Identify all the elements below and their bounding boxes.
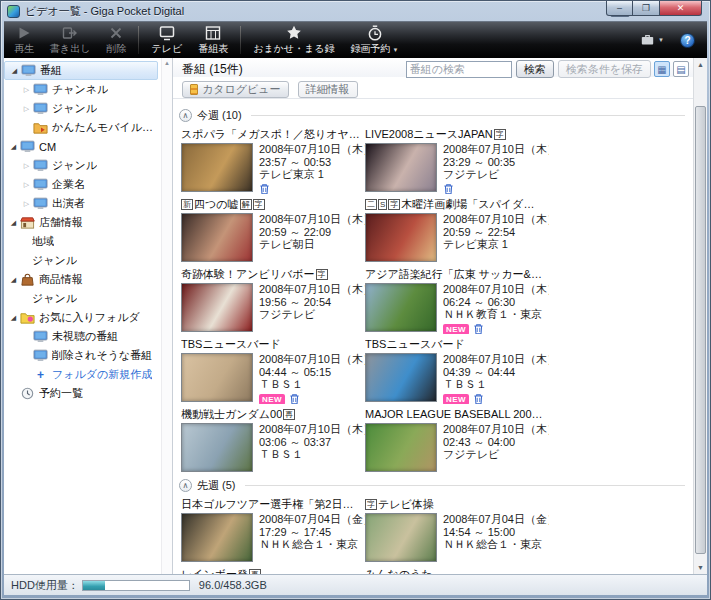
program-thumbnail[interactable] (365, 513, 437, 562)
sidebar-item-label: ジャンル (52, 158, 97, 173)
catalog-view-button[interactable]: カタログビュー (182, 81, 289, 98)
sidebar-item-3[interactable]: かんたんモバイル書き出し (4, 118, 161, 137)
program-thumbnail[interactable] (365, 143, 437, 192)
program-item[interactable]: TBSニュースバード2008年07月10日（木）04:44 ～ 05:15ＴＢＳ… (181, 334, 365, 404)
list-view-button[interactable]: ▤ (673, 61, 689, 77)
trash-icon[interactable] (289, 393, 300, 404)
sidebar-item-9[interactable]: 地域 (4, 232, 161, 251)
program-item[interactable]: みんなのうた2008年07月04日（金） (365, 564, 549, 574)
program-thumbnail[interactable] (365, 353, 437, 402)
sidebar-item-17[interactable]: 予約一覧 (4, 384, 161, 403)
toolbar-export-button[interactable]: 書き出し (42, 22, 98, 58)
trash-icon[interactable] (443, 183, 454, 194)
expander-icon[interactable]: ▷ (21, 200, 32, 208)
sidebar-item-0[interactable]: ◢番組 (4, 61, 158, 80)
scrollbar-thumb[interactable] (695, 106, 706, 554)
expander-icon[interactable]: ▷ (21, 162, 32, 170)
program-item[interactable]: LIVE2008ニュースJAPAN字2008年07月10日（木）23:29 ～ … (365, 124, 549, 194)
scroll-up-icon[interactable]: ▲ (694, 61, 707, 68)
scroll-down-icon[interactable]: ▼ (694, 564, 707, 571)
program-thumbnail[interactable] (365, 423, 437, 472)
sidebar-item-14[interactable]: 未視聴の番組 (4, 327, 161, 346)
sidebar-item-6[interactable]: ▷企業名 (4, 175, 161, 194)
program-item[interactable]: 二S字木曜洋画劇場「スパイダーパニック！」…2008年07月10日（木）20:5… (365, 194, 549, 264)
program-date: 2008年07月10日（木） (443, 353, 549, 366)
section-collapse-button[interactable]: ∧ (179, 109, 192, 122)
program-thumbnail[interactable] (365, 283, 437, 332)
expander-icon[interactable]: ▷ (21, 181, 32, 189)
sidebar-item-label: 番組 (40, 63, 62, 78)
program-item[interactable]: TBSニュースバード2008年07月10日（木）04:39 ～ 04:44ＴＢＳ… (365, 334, 549, 404)
program-body: 2008年07月10日（木）04:39 ～ 04:44ＴＢＳ１NEW (365, 353, 549, 404)
program-thumbnail[interactable] (181, 283, 253, 332)
expander-icon[interactable]: ◢ (8, 314, 19, 322)
program-thumbnail[interactable] (365, 213, 437, 262)
help-button[interactable]: ? (680, 33, 695, 48)
toolbar-tv-button[interactable]: テレビ (143, 22, 190, 58)
toolbar-star-button[interactable]: おまかせ・まる録 (245, 22, 342, 58)
expander-icon[interactable]: ▷ (21, 105, 32, 113)
expander-icon[interactable]: ◢ (9, 67, 20, 75)
expander-icon[interactable]: ◢ (8, 143, 19, 151)
search-button[interactable]: 検索 (516, 60, 554, 78)
details-button[interactable]: 詳細情報 (298, 81, 358, 98)
program-thumbnail[interactable] (181, 353, 253, 402)
content-scrollbar[interactable]: ▲ ▼ (693, 58, 707, 574)
sidebar-item-1[interactable]: ▷チャンネル (4, 80, 161, 99)
scroll-up-icon[interactable]: ▲ (162, 60, 172, 66)
toolbar-timer-button[interactable]: 録画予約▼ (343, 22, 407, 58)
program-item[interactable]: MAJOR LEAGUE BASEBALL 2008レイズ…2008年07月10… (365, 404, 549, 474)
trash-icon[interactable] (473, 393, 484, 404)
close-button[interactable]: ✕ (660, 1, 702, 16)
expander-icon[interactable]: ◢ (8, 276, 19, 284)
sidebar-item-11[interactable]: ◢商品情報 (4, 270, 161, 289)
sidebar-item-label: CM (39, 141, 56, 153)
expander-icon[interactable]: ◢ (8, 219, 19, 227)
program-item[interactable]: 日本ゴルフツアー選手権「第2日ハイライト」2008年07月04日（金）17:29… (181, 494, 365, 564)
toolbar-delete-button[interactable]: 削除 (98, 22, 134, 58)
program-item[interactable]: 新四つの嘘解字2008年07月10日（木）20:59 ～ 22:09テレビ朝日 (181, 194, 365, 264)
program-thumbnail[interactable] (181, 423, 253, 472)
program-info: 2008年07月10日（木）03:06 ～ 03:37ＴＢＳ１ (259, 423, 365, 472)
sidebar-item-4[interactable]: ◢CM (4, 137, 161, 156)
program-thumbnail[interactable] (181, 213, 253, 262)
program-item[interactable]: レインボー発再2008年07月04日（金） (181, 564, 365, 574)
sidebar-item-8[interactable]: ◢店舗情報 (4, 213, 161, 232)
sidebar-item-2[interactable]: ▷ジャンル (4, 99, 161, 118)
main-content: 番組 (15件) 検索 検索条件を保存 ▦ ▤ カタログビュー 詳細情報 ∧今週… (173, 58, 693, 574)
minimize-button[interactable]: – (606, 1, 633, 16)
section-collapse-button[interactable]: ∧ (179, 479, 192, 492)
thumbnail-view-button[interactable]: ▦ (654, 61, 670, 77)
sidebar-item-10[interactable]: ジャンル (4, 251, 161, 270)
sidebar-item-16[interactable]: +フォルダの新規作成 (4, 365, 161, 384)
sidebar-item-7[interactable]: ▷出演者 (4, 194, 161, 213)
trash-icon[interactable] (259, 183, 270, 194)
sidebar-item-15[interactable]: 削除されそうな番組 (4, 346, 161, 365)
program-thumbnail[interactable] (181, 143, 253, 192)
program-item[interactable]: 奇跡体験！アンビリバボー字2008年07月10日（木）19:56 ～ 20:54… (181, 264, 365, 334)
program-time: 20:59 ～ 22:54 (443, 226, 549, 239)
save-search-button[interactable]: 検索条件を保存 (558, 60, 651, 78)
briefcase-icon (640, 33, 655, 47)
program-item[interactable]: 字テレビ体操2008年07月04日（金）14:54 ～ 15:00ＮＨＫ総合１・… (365, 494, 549, 564)
sidebar-item-13[interactable]: ◢お気に入りフォルダ (4, 308, 161, 327)
program-item[interactable]: アジア語楽紀行「広東 サッカー&カフェ」2008年07月10日（木）06:24 … (365, 264, 549, 334)
monitor-icon (21, 64, 36, 77)
maximize-button[interactable]: ❐ (633, 1, 660, 16)
program-item[interactable]: スポパラ「メガスポ！／怒りオヤジ3」2008年07月10日（木）23:57 ～ … (181, 124, 365, 194)
sidebar-scrollbar[interactable]: ▲ (161, 58, 172, 574)
search-input[interactable] (406, 61, 512, 78)
sidebar-item-12[interactable]: ジャンル (4, 289, 161, 308)
tools-menu-button[interactable]: ▼ (640, 33, 664, 47)
expander-icon[interactable]: ▷ (21, 86, 32, 94)
program-channel: テレビ東京 1 (259, 168, 365, 181)
program-title-text: 日本ゴルフツアー選手権「第2日ハイライト」 (181, 498, 361, 511)
sidebar-item-5[interactable]: ▷ジャンル (4, 156, 161, 175)
program-body: 2008年07月04日（金）14:54 ～ 15:00ＮＨＫ総合１・東京 (365, 513, 549, 562)
program-info: 2008年07月10日（木）04:39 ～ 04:44ＴＢＳ１NEW (443, 353, 549, 404)
toolbar-guide-button[interactable]: 番組表 (190, 22, 236, 58)
toolbar-play-button[interactable]: 再生 (6, 22, 42, 58)
program-thumbnail[interactable] (181, 513, 253, 562)
program-item[interactable]: 機動戦士ガンダム00再2008年07月10日（木）03:06 ～ 03:37ＴＢ… (181, 404, 365, 474)
trash-icon[interactable] (473, 323, 484, 334)
